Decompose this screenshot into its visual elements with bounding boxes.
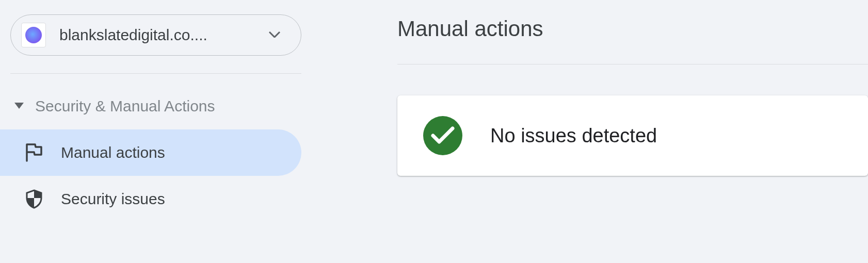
nav-item-label: Security issues xyxy=(61,190,165,208)
property-favicon xyxy=(21,23,46,47)
checkmark-icon xyxy=(423,116,462,155)
main-content: Manual actions No issues detected xyxy=(310,0,868,263)
shield-icon xyxy=(25,189,43,209)
status-card: No issues detected xyxy=(397,95,868,176)
dropdown-icon xyxy=(269,30,280,40)
sidebar-divider xyxy=(10,73,301,74)
property-selector[interactable]: blankslatedigital.co.... xyxy=(10,14,301,56)
status-message: No issues detected xyxy=(490,125,657,147)
property-name: blankslatedigital.co.... xyxy=(59,26,269,44)
section-header[interactable]: Security & Manual Actions xyxy=(0,91,310,121)
sidebar: blankslatedigital.co.... Security & Manu… xyxy=(0,0,310,263)
main-divider xyxy=(397,64,868,64)
page-title: Manual actions xyxy=(397,17,868,41)
nav-item-label: Manual actions xyxy=(61,144,165,161)
nav-item-security-issues[interactable]: Security issues xyxy=(0,176,301,222)
nav-item-manual-actions[interactable]: Manual actions xyxy=(0,129,301,176)
collapse-icon xyxy=(14,102,24,111)
flag-icon xyxy=(25,143,43,162)
nav-items: Manual actions Security issues xyxy=(0,129,310,222)
favicon-circle-icon xyxy=(25,27,42,43)
section-title: Security & Manual Actions xyxy=(35,97,215,115)
